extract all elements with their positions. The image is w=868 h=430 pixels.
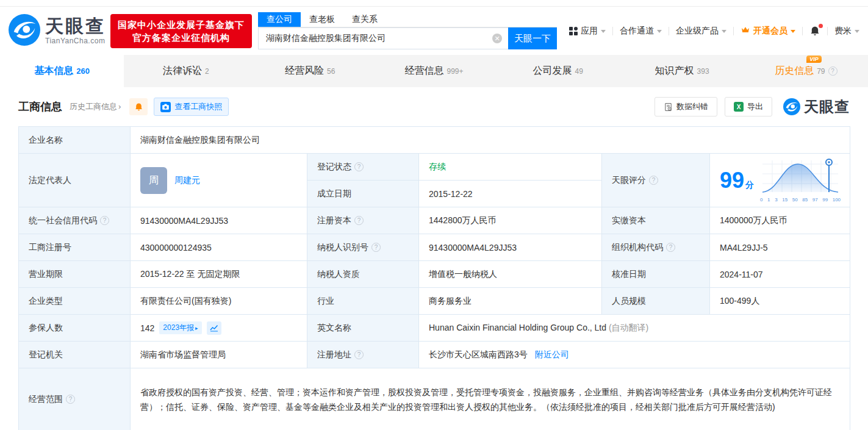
legal-rep-link[interactable]: 周建元: [174, 175, 200, 186]
trend-chart-button[interactable]: [207, 321, 221, 335]
search-area: 查公司 查老板 查关系 ✕ 天眼一下: [258, 12, 557, 49]
help-icon[interactable]: ?: [649, 176, 658, 185]
annual-report-chip[interactable]: 2023年报▸: [159, 321, 201, 334]
section-header: 工商信息 历史工商信息› 查看工商快照 数据纠错 X 导出 天眼查: [0, 87, 868, 126]
reg-authority-value: 湖南省市场监督管理局: [131, 342, 307, 368]
business-info-table: 企业名称 湖南财信金融控股集团有限公司 法定代表人 周 周建元 登记状态? 存续…: [18, 126, 850, 430]
tab-history-info[interactable]: VIP 历史信息79 ?: [744, 55, 868, 87]
industry-value: 商务服务业: [419, 288, 602, 315]
brand-domain: TianYanCha.com: [45, 37, 106, 45]
field-label: 实缴资本: [602, 207, 710, 234]
field-label: 行业: [307, 288, 419, 315]
search-tab-relation[interactable]: 查关系: [343, 12, 386, 27]
help-icon[interactable]: ?: [828, 66, 838, 76]
english-name-value: Hunan Caixin Financial Holding Group Co.…: [429, 323, 606, 332]
nav-vip-membership[interactable]: 开通会员: [741, 25, 795, 37]
tianyancha-logo-icon: [9, 14, 40, 48]
notification-bell[interactable]: [809, 26, 820, 37]
tab-intellectual-property[interactable]: 知识产权393: [620, 55, 744, 87]
insured-count-value: 142: [140, 323, 154, 333]
field-label: 天眼评分?: [602, 154, 710, 207]
brand-name: 天眼查: [45, 17, 106, 35]
company-tabbar: 基本信息260 法律诉讼2 经营风险56 经营信息999+ 公司发展49 知识产…: [0, 55, 868, 87]
establish-date-value: 2015-12-22: [419, 181, 602, 207]
apps-grid-icon: [569, 27, 578, 35]
field-label: 注册地址?: [307, 342, 419, 368]
help-icon[interactable]: ?: [354, 162, 364, 171]
monitor-bell-button[interactable]: [129, 98, 148, 115]
export-button[interactable]: X 导出: [725, 97, 772, 116]
tianyancha-watermark: 天眼查: [783, 97, 850, 116]
search-button[interactable]: 天眼一下: [508, 27, 557, 49]
search-tab-boss[interactable]: 查老板: [301, 12, 343, 27]
data-correction-button[interactable]: 数据纠错: [655, 97, 717, 116]
field-label: 核准日期: [602, 261, 710, 288]
tab-business-info[interactable]: 经营信息999+: [372, 55, 496, 87]
excel-icon: X: [734, 102, 744, 112]
clear-icon[interactable]: ✕: [492, 34, 502, 43]
help-icon[interactable]: ?: [354, 350, 364, 359]
auto-translate-note: (自动翻译): [609, 323, 648, 332]
help-icon[interactable]: ?: [66, 395, 75, 404]
staff-size-value: 100-499人: [710, 288, 850, 315]
company-name-value: 湖南财信金融控股集团有限公司: [131, 127, 850, 154]
paid-capital-value: 1400000万人民币: [710, 207, 850, 234]
reg-capital-value: 1442800万人民币: [419, 207, 602, 234]
top-navigation: 应用 合作通道 企业级产品 开通会员 费米: [569, 25, 859, 37]
chevron-down-icon: [601, 30, 606, 33]
table-row: 企业类型 有限责任公司(国有独资) 行业 商务服务业 人员规模 100-499人: [19, 288, 850, 315]
field-label: 组织机构代码?: [602, 234, 710, 261]
table-row: 企业名称 湖南财信金融控股集团有限公司: [19, 127, 850, 154]
field-label: 企业名称: [19, 127, 131, 154]
field-label: 登记状态?: [307, 154, 419, 181]
nav-cooperation[interactable]: 合作通道: [620, 26, 662, 37]
tianyancha-logo[interactable]: 天眼查 TianYanCha.com: [9, 14, 106, 48]
tianyan-score[interactable]: 99分: [720, 158, 840, 202]
tianyancha-watermark-icon: [783, 98, 800, 115]
history-business-info-link[interactable]: 历史工商信息›: [70, 101, 121, 112]
nearby-companies-link[interactable]: 附近公司: [535, 349, 569, 359]
tab-basic-info[interactable]: 基本信息260: [0, 55, 124, 87]
company-type-value: 有限责任公司(国有独资): [131, 288, 307, 315]
table-row: 统一社会信用代码? 91430000MA4L29JJ53 注册资本? 14428…: [19, 207, 850, 234]
help-icon[interactable]: ?: [100, 216, 109, 225]
help-icon[interactable]: ?: [371, 243, 381, 252]
nav-user-menu[interactable]: 费米: [834, 26, 859, 37]
help-icon[interactable]: ?: [666, 243, 675, 252]
reg-number-value: 430000000124935: [131, 234, 307, 261]
search-tabs: 查公司 查老板 查关系: [258, 12, 557, 27]
top-divider: [0, 0, 868, 7]
search-input[interactable]: [258, 27, 508, 49]
chevron-down-icon: [791, 30, 795, 33]
vip-badge: VIP: [806, 56, 822, 63]
nav-enterprise-products[interactable]: 企业级产品: [676, 26, 726, 37]
help-icon[interactable]: ?: [354, 216, 364, 225]
nav-apps[interactable]: 应用: [569, 26, 606, 37]
chevron-down-icon: [722, 30, 726, 33]
table-row: 营业期限 2015-12-22 至 无固定期限 纳税人资质 增值税一般纳税人 核…: [19, 261, 850, 288]
notification-dot: [819, 24, 823, 28]
search-tab-company[interactable]: 查公司: [258, 12, 301, 27]
field-label: 统一社会信用代码?: [19, 207, 131, 234]
tab-company-development[interactable]: 公司发展49: [496, 55, 620, 87]
tab-legal-lawsuits[interactable]: 法律诉讼2: [124, 55, 248, 87]
field-label: 成立日期: [307, 181, 419, 207]
table-row: 经营范围? 省政府授权的国有资产投资、经营、管理；资本运作和资产管理，股权投资及…: [19, 368, 850, 430]
field-label: 注册资本?: [307, 207, 419, 234]
chevron-down-icon: [855, 30, 859, 33]
table-row: 工商注册号 430000000124935 纳税人识别号? 91430000MA…: [19, 234, 850, 261]
taxpayer-id-value: 91430000MA4L29JJ53: [419, 234, 602, 261]
tab-business-risk[interactable]: 经营风险56: [248, 55, 372, 87]
score-distribution-chart: 01 315 5085 9799 100: [760, 158, 841, 202]
approval-date-value: 2024-11-07: [710, 261, 850, 288]
field-label: 纳税人资质: [307, 261, 419, 288]
chevron-down-icon: [657, 30, 662, 33]
legal-rep-avatar[interactable]: 周: [140, 167, 167, 194]
field-label: 营业期限: [19, 261, 131, 288]
field-label: 工商注册号: [19, 234, 131, 261]
field-label: 经营范围?: [19, 368, 131, 430]
field-label: 纳税人识别号?: [307, 234, 419, 261]
business-snapshot-button[interactable]: 查看工商快照: [154, 98, 229, 116]
table-row: 法定代表人 周 周建元 登记状态? 存续 天眼评分? 99分: [19, 154, 850, 181]
table-row: 登记机关 湖南省市场监督管理局 注册地址? 长沙市天心区城南西路3号 附近公司: [19, 342, 850, 368]
